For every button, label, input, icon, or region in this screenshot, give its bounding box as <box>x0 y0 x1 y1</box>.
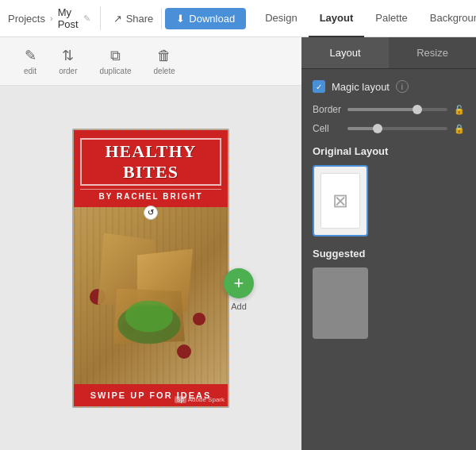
edit-label: edit <box>24 67 36 75</box>
delete-icon: 🗑 <box>157 48 171 64</box>
nav-tabs: Design Layout Palette Background Text <box>254 0 476 37</box>
breadcrumb: Projects › My Post ✎ <box>8 6 101 30</box>
original-layout-thumb[interactable]: ⊠ <box>313 165 368 237</box>
tab-design[interactable]: Design <box>254 0 308 37</box>
magic-layout-label: Magic layout <box>332 81 390 93</box>
suggested-title: Suggested <box>313 248 465 260</box>
tab-palette[interactable]: Palette <box>364 0 418 37</box>
card-title: Healthy Bites <box>80 138 221 186</box>
cell-slider-row: Cell 🔒 <box>313 123 465 134</box>
border-slider-row: Border 🔓 <box>313 104 465 115</box>
original-layout-title: Original Layout <box>313 145 465 157</box>
toolbar-edit[interactable]: ✎ edit <box>13 44 48 79</box>
card-header: Healthy Bites By Rachel Bright <box>74 130 228 207</box>
duplicate-label: duplicate <box>99 67 131 75</box>
breadcrumb-separator: › <box>50 13 53 23</box>
download-icon: ⬇ <box>176 13 185 25</box>
magic-layout-checkbox[interactable]: ✓ <box>313 80 325 93</box>
tomato-3 <box>177 344 191 359</box>
download-label: Download <box>189 13 235 25</box>
watermark-prefix: Sp <box>175 396 186 403</box>
toolbar-order[interactable]: ⇅ order <box>48 44 88 79</box>
download-button[interactable]: ⬇ Download <box>165 8 246 29</box>
original-layout-options: ⊠ <box>313 165 465 237</box>
toolbar-duplicate[interactable]: ⧉ duplicate <box>88 44 142 79</box>
delete-label: delete <box>154 67 175 75</box>
tomato-4 <box>193 313 205 325</box>
tab-layout[interactable]: Layout <box>309 0 365 37</box>
top-nav: Projects › My Post ✎ ↗ Share ⬇ Download … <box>0 0 476 37</box>
projects-link[interactable]: Projects <box>8 13 45 25</box>
rotate-handle[interactable]: ↺ <box>144 206 158 220</box>
toolbar-delete[interactable]: 🗑 delete <box>143 44 186 79</box>
share-button[interactable]: ↗ Share <box>106 8 163 29</box>
cell-label: Cell <box>313 123 341 134</box>
canvas-wrapper: Healthy Bites By Rachel Bright ↺ Swipe U… <box>0 86 301 450</box>
share-icon: ↗ <box>113 13 122 25</box>
layout-thumb-inner: ⊠ <box>321 173 360 229</box>
suggested-layout-options <box>313 267 465 339</box>
design-card[interactable]: Healthy Bites By Rachel Bright ↺ Swipe U… <box>72 129 229 408</box>
cell-slider-thumb[interactable] <box>373 124 382 133</box>
panel-tab-resize[interactable]: Resize <box>389 37 476 68</box>
watermark-text: Adobe Spark <box>188 396 225 403</box>
border-slider-thumb[interactable] <box>413 105 422 114</box>
magic-layout-row: ✓ Magic layout i <box>313 80 465 93</box>
right-panel: Layout Resize ✓ Magic layout i Border 🔓 <box>301 37 476 450</box>
add-label: Add <box>231 302 247 311</box>
order-icon: ⇅ <box>62 47 74 64</box>
order-label: order <box>59 67 77 75</box>
duplicate-icon: ⧉ <box>110 48 121 64</box>
card-subtitle: By Rachel Bright <box>80 189 221 201</box>
border-slider-fill <box>347 108 417 111</box>
cell-slider-track[interactable] <box>347 127 447 130</box>
pencil-icon: ✎ <box>25 47 36 64</box>
herbs-2 <box>125 301 173 333</box>
info-icon[interactable]: i <box>396 80 409 93</box>
add-button[interactable]: + <box>224 268 254 298</box>
panel-tabs: Layout Resize <box>301 37 476 69</box>
watermark: Sp Adobe Spark <box>175 396 225 403</box>
suggested-layout-thumb[interactable] <box>313 267 368 339</box>
layout-thumb-icon: ⊠ <box>332 190 348 212</box>
share-label: Share <box>126 13 154 25</box>
toolbar: ✎ edit ⇅ order ⧉ duplicate 🗑 delete <box>0 37 301 86</box>
panel-content: ✓ Magic layout i Border 🔓 Cell <box>301 69 476 450</box>
border-label: Border <box>313 104 341 115</box>
edit-post-name-icon[interactable]: ✎ <box>83 13 90 24</box>
canvas-area: ✎ edit ⇅ order ⧉ duplicate 🗑 delete <box>0 37 301 450</box>
border-lock-icon[interactable]: 🔓 <box>454 105 465 115</box>
main-area: ✎ edit ⇅ order ⧉ duplicate 🗑 delete <box>0 37 476 450</box>
panel-tab-layout[interactable]: Layout <box>301 37 389 68</box>
border-slider-track[interactable] <box>347 108 447 111</box>
add-button-wrap: + Add <box>224 268 254 311</box>
cell-lock-icon[interactable]: 🔒 <box>454 124 465 134</box>
tab-background[interactable]: Background <box>419 0 476 37</box>
post-name: My Post <box>58 6 79 30</box>
